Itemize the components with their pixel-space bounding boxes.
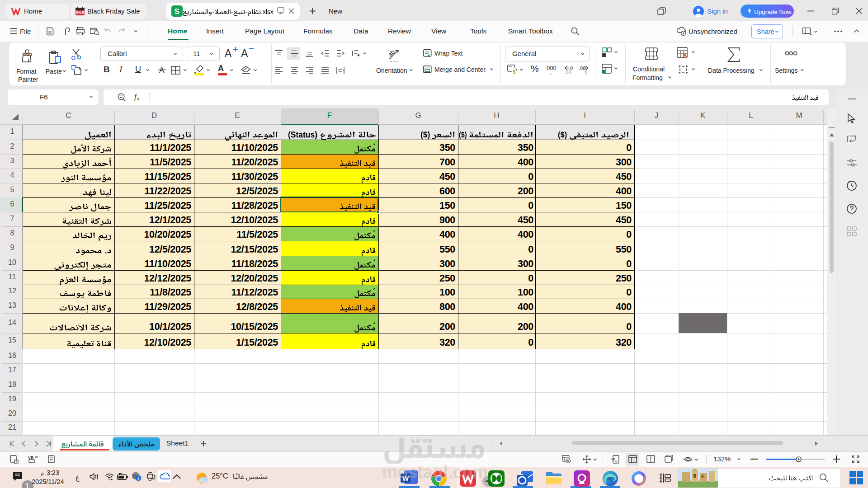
svg-text:S: S <box>175 7 179 16</box>
svg-text:.0: .0 <box>584 70 588 75</box>
svg-text:,: , <box>550 69 552 75</box>
svg-text:ab: ab <box>387 48 396 58</box>
svg-text:i: i <box>138 476 139 481</box>
svg-text:$: $ <box>513 69 516 75</box>
svg-text:.00: .00 <box>565 70 571 75</box>
svg-text:SALE: SALE <box>76 11 85 14</box>
svg-text:A: A <box>159 66 165 75</box>
